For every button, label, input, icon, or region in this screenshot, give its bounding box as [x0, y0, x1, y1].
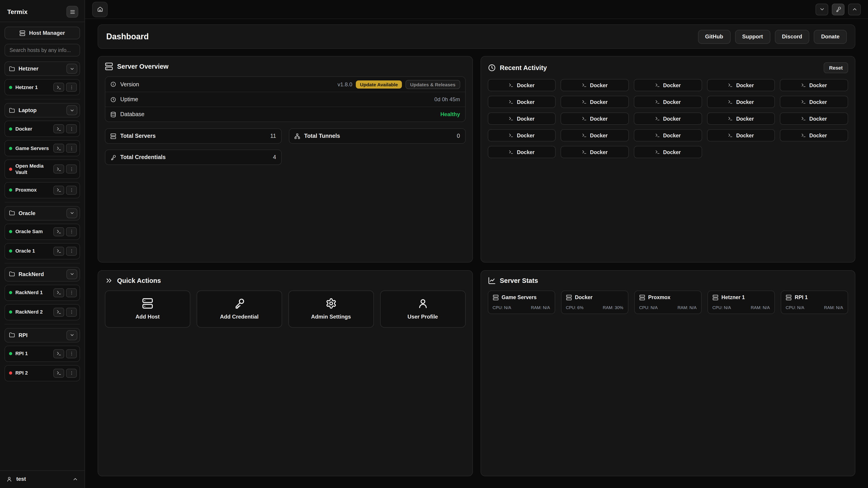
host-terminal-button[interactable]: [53, 247, 64, 256]
tabs-dropdown-button[interactable]: [815, 3, 828, 15]
group-header[interactable]: RPI: [4, 328, 80, 342]
host-menu-button[interactable]: [66, 307, 77, 317]
stat-tile-total-credentials: Total Credentials4: [105, 150, 282, 165]
sidebar-host-rpi-1[interactable]: RPI 1: [4, 346, 80, 362]
updates-releases-button[interactable]: Updates & Releases: [405, 80, 460, 89]
activity-item[interactable]: Docker: [780, 129, 848, 141]
add-credential-button[interactable]: Add Credential: [197, 290, 282, 327]
activity-item[interactable]: Docker: [780, 79, 848, 91]
host-name: RackNerd 2: [16, 309, 50, 315]
group-collapse-button[interactable]: [66, 269, 77, 279]
activity-item[interactable]: Docker: [488, 129, 556, 141]
terminal-icon: [509, 150, 514, 155]
discord-button[interactable]: Discord: [775, 30, 809, 43]
add-host-button[interactable]: Add Host: [105, 290, 190, 327]
host-terminal-button[interactable]: [53, 307, 64, 317]
sidebar-host-hetzner-1[interactable]: Hetzner 1: [4, 79, 80, 95]
sidebar-host-proxmox[interactable]: Proxmox: [4, 182, 80, 198]
server-stat-top: Game Servers: [493, 294, 550, 300]
group-collapse-button[interactable]: [66, 64, 77, 74]
activity-item[interactable]: Docker: [488, 96, 556, 108]
group-header[interactable]: Oracle: [4, 206, 80, 220]
host-menu-button[interactable]: [66, 144, 77, 153]
host-terminal-button[interactable]: [53, 186, 64, 195]
tab-home[interactable]: [92, 2, 107, 17]
sidebar-host-racknerd-1[interactable]: RackNerd 1: [4, 285, 80, 301]
sidebar-host-docker[interactable]: Docker: [4, 121, 80, 137]
user-profile-button[interactable]: User Profile: [380, 290, 465, 327]
group-header[interactable]: RackNerd: [4, 267, 80, 281]
sidebar-host-game-servers[interactable]: Game Servers: [4, 140, 80, 156]
sidebar-footer[interactable]: test: [0, 470, 85, 484]
group-collapse-button[interactable]: [66, 105, 77, 115]
quick-actions-grid: Add HostAdd CredentialAdmin SettingsUser…: [105, 290, 465, 327]
chevron-up-icon[interactable]: [72, 476, 78, 482]
host-menu-button[interactable]: [66, 186, 77, 195]
host-menu-button[interactable]: [66, 247, 77, 256]
host-terminal-button[interactable]: [53, 288, 64, 297]
donate-button[interactable]: Donate: [814, 30, 847, 43]
support-button[interactable]: Support: [735, 30, 770, 43]
kebab-icon: [69, 126, 74, 131]
sidebar-menu-button[interactable]: [66, 6, 78, 18]
sidebar-host-oracle-1[interactable]: Oracle 1: [4, 243, 80, 259]
host-menu-button[interactable]: [66, 288, 77, 297]
header-actions: GitHubSupportDiscordDonate: [698, 30, 847, 43]
host-terminal-button[interactable]: [53, 165, 64, 174]
sidebar-host-oracle-sam[interactable]: Oracle Sam: [4, 223, 80, 240]
activity-item[interactable]: Docker: [634, 129, 702, 141]
activity-item[interactable]: Docker: [634, 79, 702, 91]
activity-item[interactable]: Docker: [488, 146, 556, 158]
card-header: Quick Actions: [105, 276, 465, 285]
activity-item[interactable]: Docker: [488, 112, 556, 125]
host-menu-button[interactable]: [66, 83, 77, 92]
activity-item[interactable]: Docker: [634, 96, 702, 108]
kebab-icon: [69, 188, 74, 193]
activity-item[interactable]: Docker: [634, 146, 702, 158]
search-input[interactable]: [4, 44, 80, 57]
activity-item[interactable]: Docker: [488, 79, 556, 91]
activity-item[interactable]: Docker: [561, 79, 629, 91]
reset-button[interactable]: Reset: [824, 62, 848, 73]
host-terminal-button[interactable]: [53, 124, 64, 133]
host-menu-button[interactable]: [66, 227, 77, 236]
activity-item[interactable]: Docker: [707, 96, 775, 108]
host-terminal-button[interactable]: [53, 83, 64, 92]
group-header[interactable]: Laptop: [4, 103, 80, 118]
github-button[interactable]: GitHub: [698, 30, 730, 43]
group-collapse-button[interactable]: [66, 330, 77, 340]
activity-item[interactable]: Docker: [561, 129, 629, 141]
activity-item[interactable]: Docker: [561, 112, 629, 125]
host-menu-button[interactable]: [66, 368, 77, 378]
activity-item[interactable]: Docker: [634, 112, 702, 125]
activity-item[interactable]: Docker: [707, 129, 775, 141]
activity-item[interactable]: Docker: [561, 146, 629, 158]
sidebar-host-rpi-2[interactable]: RPI 2: [4, 365, 80, 381]
host-manager-button[interactable]: Host Manager: [4, 27, 80, 39]
host-terminal-button[interactable]: [53, 144, 64, 153]
activity-item[interactable]: Docker: [561, 96, 629, 108]
collapse-header-button[interactable]: [848, 3, 861, 15]
activity-item[interactable]: Docker: [780, 112, 848, 125]
group-header[interactable]: Hetzner: [4, 61, 80, 76]
terminal-icon: [56, 351, 61, 356]
terminal-icon: [509, 133, 514, 138]
activity-item[interactable]: Docker: [707, 112, 775, 125]
host-menu-button[interactable]: [66, 165, 77, 174]
activity-item[interactable]: Docker: [707, 79, 775, 91]
host-menu-button[interactable]: [66, 349, 77, 358]
activity-label: Docker: [590, 99, 608, 105]
host-terminal-button[interactable]: [53, 227, 64, 236]
sidebar-host-racknerd-2[interactable]: RackNerd 2: [4, 304, 80, 320]
host-menu-button[interactable]: [66, 124, 77, 133]
ssh-keys-button[interactable]: [832, 3, 844, 15]
host-terminal-button[interactable]: [53, 349, 64, 358]
host-status-dot: [9, 250, 12, 253]
group-collapse-button[interactable]: [66, 208, 77, 218]
cpu-value: CPU: N/A: [712, 305, 731, 310]
admin-settings-button[interactable]: Admin Settings: [288, 290, 374, 327]
activity-label: Docker: [809, 83, 827, 88]
host-terminal-button[interactable]: [53, 368, 64, 378]
activity-item[interactable]: Docker: [780, 96, 848, 108]
sidebar-host-open-media-vault[interactable]: Open Media Vault: [4, 160, 80, 179]
